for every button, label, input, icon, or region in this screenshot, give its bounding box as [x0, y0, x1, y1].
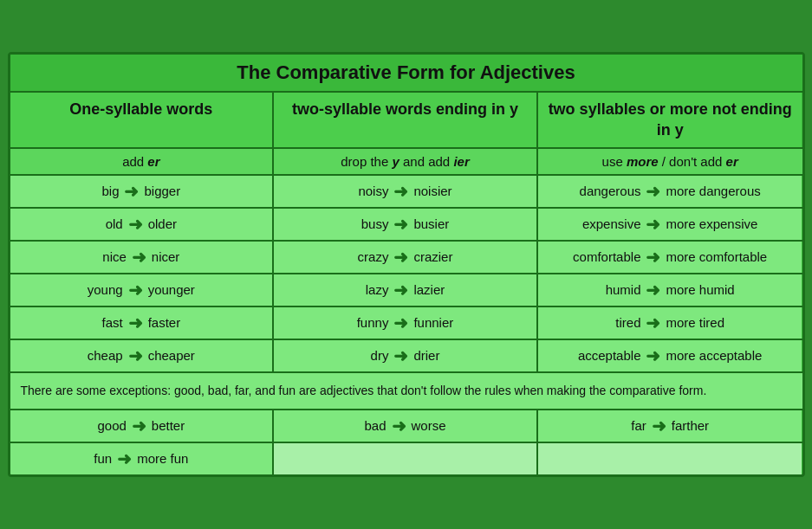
- arrow-icon: ➜: [646, 181, 660, 202]
- exception-cell-0-0: good➜better: [10, 410, 275, 442]
- word-to: more humid: [666, 282, 734, 297]
- exception-row: good➜betterbad➜worsefar➜farther: [10, 410, 802, 443]
- data-rows: big➜biggernoisy➜noisierdangerous➜more da…: [10, 176, 802, 373]
- arrow-icon: ➜: [124, 181, 139, 202]
- arrow-icon: ➜: [646, 247, 660, 268]
- arrow-icon: ➜: [128, 214, 143, 235]
- data-cell-4-0: fast➜faster: [10, 307, 275, 339]
- header-row: One-syllable words two-syllable words en…: [10, 93, 802, 149]
- word-to: more tired: [666, 315, 724, 330]
- data-cell-0-2: dangerous➜more dangerous: [538, 176, 802, 207]
- arrow-icon: ➜: [392, 416, 406, 436]
- data-cell-5-0: cheap➜cheaper: [10, 340, 275, 371]
- arrow-icon: ➜: [393, 280, 408, 300]
- word-from: crazy: [358, 249, 389, 264]
- data-cell-4-1: funny➜funnier: [274, 307, 538, 339]
- word-from: acceptable: [578, 348, 641, 363]
- word-to: faster: [148, 315, 181, 330]
- word-from: dangerous: [580, 184, 641, 198]
- header-col1: One-syllable words: [10, 93, 275, 147]
- word-from: cheap: [88, 348, 123, 363]
- table-row: old➜olderbusy➜busierexpensive➜more expen…: [10, 209, 802, 242]
- arrow-icon: ➜: [128, 280, 143, 300]
- arrow-icon: ➜: [393, 247, 408, 268]
- exception-row: fun➜more fun: [10, 443, 802, 474]
- data-cell-1-0: old➜older: [10, 209, 275, 240]
- word-from: bad: [364, 418, 386, 433]
- data-cell-2-2: comfortable➜more comfortable: [538, 242, 802, 273]
- table-title: The Comparative Form for Adjectives: [10, 55, 802, 93]
- word-to: more comfortable: [666, 249, 767, 264]
- word-from: fun: [94, 451, 112, 466]
- word-to: more expensive: [666, 216, 757, 231]
- word-to: more acceptable: [666, 348, 762, 363]
- arrow-icon: ➜: [132, 247, 146, 268]
- word-to: farther: [672, 418, 709, 433]
- data-cell-5-2: acceptable➜more acceptable: [538, 340, 802, 371]
- table-row: nice➜nicercrazy➜craziercomfortable➜more …: [10, 242, 802, 274]
- arrow-icon: ➜: [393, 313, 408, 333]
- table-row: fast➜fasterfunny➜funniertired➜more tired: [10, 307, 802, 340]
- word-from: funny: [357, 315, 389, 330]
- header-col3: two syllables or more not ending in y: [538, 93, 802, 147]
- arrow-icon: ➜: [393, 345, 408, 366]
- data-cell-0-1: noisy➜noisier: [274, 176, 538, 207]
- exception-cell-1-1: [274, 443, 538, 474]
- word-to: noisier: [413, 184, 451, 198]
- word-to: busier: [413, 216, 449, 231]
- main-table: The Comparative Form for Adjectives One-…: [8, 52, 805, 477]
- word-to: cheaper: [148, 348, 195, 363]
- word-from: big: [101, 184, 119, 198]
- exception-cell-0-2: far➜farther: [538, 410, 802, 442]
- arrow-icon: ➜: [646, 280, 660, 300]
- data-cell-2-0: nice➜nicer: [10, 242, 275, 273]
- word-from: noisy: [358, 184, 388, 198]
- exception-rows: good➜betterbad➜worsefar➜fartherfun➜more …: [10, 410, 802, 474]
- word-from: busy: [361, 216, 389, 231]
- word-to: nicer: [152, 249, 180, 264]
- word-from: comfortable: [573, 249, 640, 264]
- table-row: big➜biggernoisy➜noisierdangerous➜more da…: [10, 176, 802, 209]
- rule-col2: drop the y and add ier: [274, 149, 538, 174]
- rule-col3: use more / don't add er: [538, 149, 802, 174]
- word-from: expensive: [582, 216, 641, 231]
- word-to: drier: [413, 348, 439, 363]
- arrow-icon: ➜: [128, 313, 143, 333]
- exceptions-text: There are some exceptions: good, bad, fa…: [10, 373, 802, 410]
- word-to: older: [148, 216, 177, 231]
- word-to: more fun: [137, 451, 188, 466]
- exception-cell-0-1: bad➜worse: [274, 410, 538, 442]
- word-from: old: [106, 216, 123, 231]
- word-to: bigger: [144, 184, 180, 198]
- word-from: lazy: [366, 282, 389, 297]
- word-from: fast: [101, 315, 122, 330]
- arrow-icon: ➜: [646, 345, 660, 366]
- data-cell-1-1: busy➜busier: [274, 209, 538, 240]
- word-to: worse: [412, 418, 446, 433]
- arrow-icon: ➜: [117, 448, 132, 469]
- header-col2: two-syllable words ending in y: [274, 93, 538, 147]
- table-row: cheap➜cheaperdry➜drieracceptable➜more ac…: [10, 340, 802, 373]
- arrow-icon: ➜: [393, 181, 408, 202]
- word-from: nice: [102, 249, 127, 264]
- data-cell-4-2: tired➜more tired: [538, 307, 802, 339]
- word-to: better: [152, 418, 185, 433]
- word-to: crazier: [413, 249, 452, 264]
- arrow-icon: ➜: [646, 214, 660, 235]
- word-to: funnier: [413, 315, 453, 330]
- word-from: young: [88, 282, 123, 297]
- data-cell-3-2: humid➜more humid: [538, 274, 802, 306]
- exception-cell-1-0: fun➜more fun: [10, 443, 275, 474]
- word-from: dry: [371, 348, 389, 363]
- table-row: young➜youngerlazy➜lazierhumid➜more humid: [10, 274, 802, 307]
- data-cell-3-1: lazy➜lazier: [274, 274, 538, 306]
- data-cell-5-1: dry➜drier: [274, 340, 538, 371]
- rule-row: add er drop the y and add ier use more /…: [10, 149, 802, 176]
- data-cell-3-0: young➜younger: [10, 274, 275, 306]
- arrow-icon: ➜: [646, 313, 660, 333]
- rule-col1: add er: [10, 149, 275, 174]
- data-cell-0-0: big➜bigger: [10, 176, 275, 207]
- word-to: lazier: [413, 282, 445, 297]
- data-cell-1-2: expensive➜more expensive: [538, 209, 802, 240]
- exception-cell-1-2: [538, 443, 802, 474]
